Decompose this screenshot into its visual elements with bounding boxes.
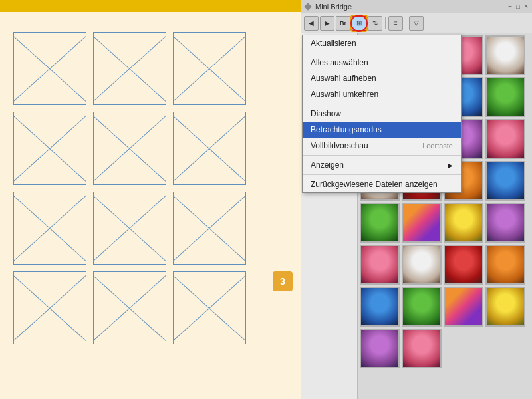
close-button[interactable]: × [524, 3, 528, 10]
menu-item-label: Diashow [311, 109, 341, 118]
menu-item-shortcut: Leertaste [422, 142, 453, 150]
thumbnail-item[interactable] [444, 287, 483, 327]
minimize-button[interactable]: − [508, 3, 512, 10]
diamond-icon [304, 3, 311, 10]
placeholder-box [173, 32, 246, 105]
thumbnail-item[interactable] [360, 245, 400, 285]
menu-separator [303, 53, 461, 53]
menu-item[interactable]: Aktualisieren [303, 35, 461, 51]
menu-item-label: Aktualisieren [311, 39, 356, 48]
thumbnail-item[interactable] [360, 329, 400, 368]
filter-button[interactable]: ▽ [409, 16, 424, 31]
placeholder-box [93, 112, 166, 185]
placeholder-box [93, 271, 166, 344]
menu-separator [303, 155, 461, 156]
thumbnail-item[interactable] [402, 245, 442, 285]
bridge-button[interactable]: Br [336, 16, 350, 31]
placeholder-box [93, 32, 166, 105]
thumbnail-item[interactable] [485, 119, 525, 159]
menu-item[interactable]: Zurückgewiesene Dateien anzeigen [303, 176, 461, 192]
toolbar-separator [385, 17, 386, 29]
menu-item-label: Auswahl aufheben [311, 74, 376, 83]
thumbnail-item[interactable] [402, 203, 442, 243]
menu-separator [303, 104, 461, 104]
menu-item-label: Zurückgewiesene Dateien anzeigen [311, 180, 438, 189]
context-menu: AktualisierenAlles auswählenAuswahl aufh… [302, 35, 462, 193]
forward-button[interactable]: ▶ [320, 16, 334, 31]
placeholder-box [173, 192, 246, 265]
thumbnail-item[interactable] [360, 287, 400, 327]
grid-view-button[interactable]: ⊞ [352, 16, 366, 31]
menu-separator [303, 174, 461, 175]
menu-item-label: Alles auswählen [311, 58, 368, 67]
yellow-bar [0, 0, 301, 12]
placeholder-box [13, 112, 86, 185]
menu-item-label: Anzeigen [311, 160, 344, 170]
title-bar-controls: − □ × [508, 3, 528, 10]
placeholder-box [13, 192, 86, 265]
toolbar: ◀ ▶ Br ⊞ ⇅ ≡ ▽ [301, 13, 532, 33]
thumbnail-item[interactable] [485, 245, 525, 285]
menu-item-label: Vollbildvorschau [311, 141, 368, 150]
sort-button[interactable]: ⇅ [368, 16, 382, 31]
menu-item[interactable]: Alles auswählen [303, 55, 461, 70]
page-badge: 3 [273, 271, 293, 291]
toolbar-separator [406, 17, 406, 29]
menu-item[interactable]: Auswahl aufheben [303, 70, 461, 86]
placeholder-box [93, 192, 166, 265]
back-button[interactable]: ◀ [304, 16, 319, 31]
thumbnail-item[interactable] [402, 329, 442, 368]
placeholder-box [13, 32, 86, 105]
canvas-area: 3 [0, 0, 301, 399]
thumbnail-item[interactable] [485, 35, 525, 75]
menu-item[interactable]: Betrachtungsmodus [303, 122, 461, 138]
menu-item-label: Auswahl umkehren [311, 90, 378, 99]
menu-item[interactable]: Auswahl umkehren [303, 86, 461, 102]
menu-item-arrow: ▶ [448, 162, 453, 169]
thumbnail-item[interactable] [485, 203, 525, 243]
title-bar: Mini Bridge − □ × [301, 0, 532, 13]
thumbnail-item[interactable] [485, 287, 525, 327]
placeholder-grid [13, 32, 246, 265]
list-button[interactable]: ≡ [388, 16, 403, 31]
panel-title: Mini Bridge [315, 3, 352, 11]
placeholder-box [173, 112, 246, 185]
maximize-button[interactable]: □ [516, 3, 520, 10]
thumbnail-item[interactable] [485, 161, 525, 201]
menu-item-label: Betrachtungsmodus [311, 125, 382, 134]
thumbnail-item[interactable] [444, 203, 483, 243]
thumbnail-item[interactable] [360, 203, 400, 243]
title-bar-left: Mini Bridge [305, 3, 352, 11]
placeholder-box [13, 271, 86, 344]
menu-item[interactable]: Diashow [303, 106, 461, 122]
thumbnail-item[interactable] [485, 77, 525, 117]
canvas-content: 3 [0, 12, 301, 399]
menu-item[interactable]: Anzeigen▶ [303, 157, 461, 173]
placeholder-box [173, 271, 246, 344]
thumbnail-item[interactable] [402, 287, 442, 327]
thumbnail-item[interactable] [444, 245, 483, 285]
menu-item[interactable]: VollbildvorschauLeertaste [303, 138, 461, 154]
